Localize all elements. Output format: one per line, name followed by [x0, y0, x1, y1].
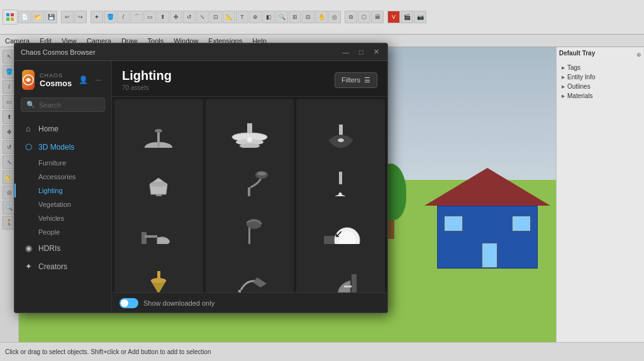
panel-item-entity[interactable]: Entity Info	[559, 72, 641, 82]
nav-furniture[interactable]: Furniture	[14, 156, 111, 170]
user-icon-btn[interactable]: 👤	[77, 74, 89, 86]
nav-home[interactable]: ⌂ Home	[14, 119, 111, 138]
nav-vehicles[interactable]: Vehicles	[14, 211, 111, 225]
group-btn[interactable]: ⬡	[358, 11, 370, 23]
separator2	[87, 11, 90, 23]
svg-rect-23	[339, 172, 342, 184]
house-window-2	[512, 216, 531, 231]
nav-vehicles-label: Vehicles	[38, 214, 64, 222]
svg-rect-27	[145, 235, 157, 238]
grid-item-10[interactable]	[114, 244, 203, 292]
rect-btn[interactable]: ▭	[143, 11, 156, 23]
axis-btn[interactable]: ⊕	[249, 11, 262, 23]
svg-point-15	[338, 138, 344, 142]
new-btn[interactable]: 📄	[18, 11, 31, 23]
zoom-window-btn[interactable]: ⊞	[289, 11, 301, 23]
move-btn[interactable]: ✥	[170, 11, 182, 23]
render3-btn[interactable]: 📷	[414, 11, 426, 23]
logo-actions[interactable]: 👤 ···	[77, 74, 104, 86]
orbit-btn[interactable]: ◎	[328, 11, 341, 23]
cosmos-window: Chaos Cosmos Browser — □ ✕ chaos Cosmos	[14, 43, 388, 313]
nav-hdris-label: HDRIs	[38, 244, 60, 253]
more-btn[interactable]: ···	[92, 74, 104, 86]
cosmos-sidebar: chaos Cosmos 👤 ··· 🔍 ⌂ Home ⬡ 3D	[14, 61, 112, 313]
nav-hdris[interactable]: ◉ HDRIs	[14, 239, 111, 257]
svg-rect-9	[247, 123, 252, 133]
nav-3dmodels[interactable]: ⬡ 3D Models	[14, 138, 111, 156]
status-bar: Click or drag to select objects. Shift+c…	[0, 342, 644, 361]
nav-creators-label: Creators	[38, 262, 67, 271]
window-titlebar: Chaos Cosmos Browser — □ ✕	[14, 43, 387, 61]
content-title: Lighting	[122, 69, 335, 83]
toolbar-icons[interactable]: 📄 📂 💾 ↩ ↪ ✦ 🪣 / ⌒ ▭ ⬆ ✥ ↺ ⤡ ⊡ 📐 T ⊕ ◧ 🔍 …	[3, 9, 426, 25]
svg-rect-0	[6, 13, 9, 16]
filters-label: Filters	[341, 76, 360, 84]
save-btn[interactable]: 💾	[45, 11, 57, 23]
push-btn[interactable]: ⬆	[157, 11, 169, 23]
nav-3dmodels-label: 3D Models	[38, 143, 74, 152]
separator3	[341, 11, 344, 23]
app-icon[interactable]	[3, 9, 18, 25]
nav-lighting-label: Lighting	[38, 187, 63, 194]
home-icon: ⌂	[23, 124, 33, 133]
arc-btn[interactable]: ⌒	[130, 11, 143, 23]
3dwarehouse-btn[interactable]: 🏛	[371, 11, 384, 23]
house-model	[425, 155, 550, 269]
cosmos-footer: Show downloaded only	[112, 292, 387, 313]
nav-lighting[interactable]: Lighting	[14, 184, 111, 197]
cosmos-logo: chaos Cosmos 👤 ···	[14, 66, 111, 97]
panel-item-outlines[interactable]: Outlines	[559, 82, 641, 91]
paint-btn[interactable]: 🪣	[104, 11, 116, 23]
redo-btn[interactable]: ↪	[74, 11, 87, 23]
nav-vegetation-label: Vegetation	[38, 201, 71, 208]
zoom-ext-btn[interactable]: ⊟	[302, 11, 314, 23]
status-text: Click or drag to select objects. Shift+c…	[5, 348, 211, 355]
grid-item-11[interactable]	[206, 244, 294, 292]
rotate-btn[interactable]: ↺	[183, 11, 196, 23]
select-btn[interactable]: ✦	[91, 11, 103, 23]
tape-btn[interactable]: 📐	[223, 11, 235, 23]
scale-btn[interactable]: ⤡	[196, 11, 209, 23]
minimize-btn[interactable]: —	[341, 48, 351, 56]
render2-btn[interactable]: 🎬	[401, 11, 413, 23]
download-cursor: ↙	[335, 228, 343, 240]
right-panel: Default Tray ⊕ Tags Entity Info Outlines…	[556, 47, 644, 342]
search-icon: 🔍	[26, 101, 35, 109]
nav-accessories[interactable]: Accessories	[14, 170, 111, 184]
cosmos-logo-text: chaos Cosmos	[40, 72, 72, 88]
pan-btn[interactable]: ✋	[315, 11, 328, 23]
svg-point-8	[155, 129, 162, 133]
search-input[interactable]	[39, 101, 99, 109]
models-icon: ⬡	[23, 142, 33, 152]
downloaded-toggle[interactable]	[119, 298, 138, 308]
offset-btn[interactable]: ⊡	[209, 11, 222, 23]
window-controls[interactable]: — □ ✕	[341, 48, 381, 56]
svg-rect-39	[344, 286, 352, 287]
panel-item-tags[interactable]: Tags	[559, 63, 641, 72]
top-toolbar: 📄 📂 💾 ↩ ↪ ✦ 🪣 / ⌒ ▭ ⬆ ✥ ↺ ⤡ ⊡ 📐 T ⊕ ◧ 🔍 …	[0, 0, 644, 35]
nav-vegetation[interactable]: Vegetation	[14, 197, 111, 211]
open-btn[interactable]: 📂	[31, 11, 44, 23]
right-panel-title: Default Tray	[559, 50, 595, 57]
svg-rect-38	[352, 274, 357, 292]
asset-grid[interactable]: ↙ Light Wall 007 ✓	[112, 97, 387, 292]
chaos-logo-icon	[22, 70, 35, 90]
text-btn[interactable]: T	[236, 11, 248, 23]
svg-rect-37	[238, 290, 241, 292]
grid-item-12[interactable]: Light Wall 003 100%	[296, 244, 385, 292]
section-btn[interactable]: ◧	[262, 11, 275, 23]
zoom-btn[interactable]: 🔍	[275, 11, 288, 23]
close-btn[interactable]: ✕	[371, 48, 381, 56]
nav-creators[interactable]: ✦ Creators	[14, 257, 111, 275]
panel-item-materials[interactable]: Materials	[559, 91, 641, 101]
filters-button[interactable]: Filters ☰	[335, 72, 377, 88]
creators-icon: ✦	[23, 262, 33, 271]
right-panel-pin[interactable]: ⊕	[636, 52, 641, 58]
component-btn[interactable]: ⧉	[345, 11, 357, 23]
search-box[interactable]: 🔍	[21, 97, 105, 112]
undo-btn[interactable]: ↩	[61, 11, 74, 23]
nav-people[interactable]: People	[14, 225, 111, 239]
line-btn[interactable]: /	[117, 11, 130, 23]
render-btn[interactable]: V	[387, 11, 400, 23]
maximize-btn[interactable]: □	[356, 48, 366, 56]
